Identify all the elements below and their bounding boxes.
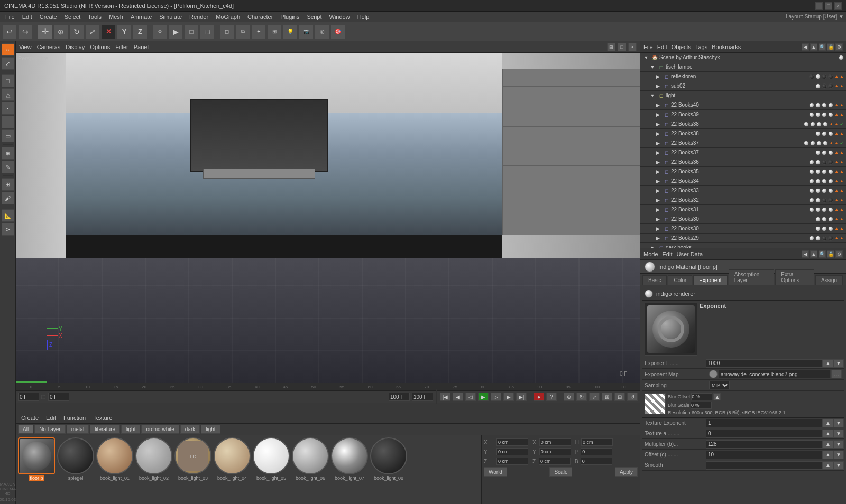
vp-menu-panel[interactable]: Panel xyxy=(134,44,149,50)
offset-up[interactable]: ▲ xyxy=(823,451,833,459)
vp-menu-display[interactable]: Display xyxy=(66,44,85,50)
mat-menu-create[interactable]: Create xyxy=(18,414,42,422)
maximize-button[interactable]: □ xyxy=(825,2,832,10)
move-button[interactable]: ⊕ xyxy=(53,24,68,39)
obj-icon-2[interactable]: ▲ xyxy=(810,43,817,51)
minimize-button[interactable]: _ xyxy=(815,2,823,10)
obj-menu-bookmarks[interactable]: Bookmarks xyxy=(712,44,741,50)
tex-exp-input[interactable] xyxy=(706,419,823,427)
mat-menu-texture[interactable]: Texture xyxy=(90,414,115,422)
obj-lock[interactable]: 🔒 xyxy=(827,43,834,51)
select-all-button[interactable]: ◻ xyxy=(219,24,234,39)
attrs-search[interactable]: 🔍 xyxy=(819,250,826,258)
exponent-input[interactable] xyxy=(706,359,823,368)
magnet-button[interactable]: ⊳ xyxy=(2,223,14,236)
filter-nolayer[interactable]: No Layer xyxy=(34,425,66,434)
sampling-select[interactable]: MIP xyxy=(709,381,730,389)
redo-button[interactable]: ↪ xyxy=(18,24,33,39)
obj-menu-tags[interactable]: Tags xyxy=(695,44,707,50)
goto-start-button[interactable]: |◀ xyxy=(440,393,450,401)
multiplier-down[interactable]: ▼ xyxy=(833,440,844,449)
apply-button[interactable]: Apply xyxy=(615,467,638,477)
tab-absorption[interactable]: Absorption Layer xyxy=(729,269,775,285)
menu-mograph[interactable]: MoGraph xyxy=(213,13,243,21)
y-pos-input[interactable] xyxy=(496,448,528,455)
obj-row-books34[interactable]: ▶ ◻ 22 Books34 ▲▲ xyxy=(640,176,846,186)
obj-row-books36[interactable]: ▶ ◻ 22 Books36 ▲▲ xyxy=(640,157,846,167)
render-region-button[interactable]: □ xyxy=(184,24,199,39)
obj-row-books37b[interactable]: ▶ ◻ 22 Books37 ▲▲ xyxy=(640,148,846,157)
poly-mode-button[interactable]: ▭ xyxy=(2,129,14,142)
menu-script[interactable]: Script xyxy=(304,13,325,21)
fps-input[interactable] xyxy=(412,393,433,401)
y-axis-button[interactable]: Y xyxy=(117,24,132,39)
attrs-settings[interactable]: ⚙ xyxy=(835,250,843,258)
current-frame-input[interactable] xyxy=(48,393,69,401)
x-pos-input[interactable] xyxy=(496,438,528,446)
goto-end-button[interactable]: ▶| xyxy=(516,393,527,401)
filter-light2[interactable]: light xyxy=(201,425,220,434)
exponent-map-input[interactable] xyxy=(719,370,830,378)
z-size-input[interactable] xyxy=(539,458,571,465)
brush-button[interactable]: ✎ xyxy=(2,161,14,173)
attrs-menu-userdata[interactable]: User Data xyxy=(677,251,703,257)
smooth-down[interactable]: ▼ xyxy=(833,461,844,470)
attrs-icon-1[interactable]: ◀ xyxy=(802,250,809,258)
x-size-input[interactable] xyxy=(539,438,571,446)
blur-offset-input[interactable] xyxy=(691,393,712,400)
scale-button[interactable]: Scale xyxy=(549,467,572,477)
vp-icon-1[interactable]: ⊞ xyxy=(607,43,615,51)
dof-button[interactable]: ◎ xyxy=(315,24,329,39)
filter-literature[interactable]: literature xyxy=(90,425,120,434)
menu-edit[interactable]: Edit xyxy=(19,13,35,21)
key-scale-button[interactable]: ⤢ xyxy=(589,393,600,401)
h-input[interactable] xyxy=(581,438,613,446)
offset-input[interactable] xyxy=(706,451,823,459)
material-item-book04[interactable]: book_light_04 xyxy=(214,437,251,481)
menu-file[interactable]: File xyxy=(2,13,18,21)
tex-a-up[interactable]: ▲ xyxy=(823,430,833,438)
material-item-book03[interactable]: FR book_light_03 xyxy=(174,437,212,481)
filter-light[interactable]: light xyxy=(121,425,140,434)
obj-row-books32[interactable]: ▶ ◻ 22 Books32 ▲▲ xyxy=(640,195,846,205)
tex-exp-down[interactable]: ▼ xyxy=(833,419,844,427)
y-size-input[interactable] xyxy=(539,448,571,455)
material-item-book08[interactable]: book_light_08 xyxy=(370,437,407,481)
obj-row-books30a[interactable]: ▶ ◻ 22 Books30 ▲▲ xyxy=(640,214,846,224)
menu-simulate[interactable]: Simulate xyxy=(156,13,185,21)
filter-dark[interactable]: dark xyxy=(180,425,200,434)
filter-metal[interactable]: metal xyxy=(67,425,89,434)
tex-exp-up[interactable]: ▲ xyxy=(823,419,833,427)
render-settings-button[interactable]: ⚙ xyxy=(152,24,167,39)
tab-assign[interactable]: Assign xyxy=(815,275,843,285)
obj-row-books40[interactable]: ▶ ◻ 22 Books40 ▲▲ xyxy=(640,100,846,110)
light-button[interactable]: 💡 xyxy=(283,24,298,39)
smooth-input[interactable] xyxy=(706,461,823,470)
edit-mode-button[interactable]: △ xyxy=(2,88,14,101)
rotate-button[interactable]: ↻ xyxy=(69,24,84,39)
obj-menu-objects[interactable]: Objects xyxy=(672,44,691,50)
multiplier-up[interactable]: ▲ xyxy=(823,440,833,449)
auto-key-button[interactable]: ? xyxy=(546,393,557,401)
start-frame-input[interactable] xyxy=(18,393,39,401)
p-input[interactable] xyxy=(581,448,612,455)
x-axis-button[interactable]: ✕ xyxy=(101,24,116,39)
menu-window[interactable]: Window xyxy=(326,13,353,21)
tex-a-input[interactable] xyxy=(706,430,823,438)
key-all-button[interactable]: ⊞ xyxy=(602,393,612,401)
camera-button[interactable]: 📷 xyxy=(299,24,314,39)
prev-key-button[interactable]: ◁ xyxy=(465,393,476,401)
scale-tool-button[interactable]: ⤢ xyxy=(2,57,14,70)
obj-row-darkbooks[interactable]: ▶ ◻ dark books xyxy=(640,243,846,248)
obj-row-scene[interactable]: ▼ 🏠 Scene by Arthur Staschyk xyxy=(640,53,846,62)
render-active-button[interactable]: ⬚ xyxy=(200,24,215,39)
prev-frame-button[interactable]: ◀ xyxy=(453,393,463,401)
menu-animate[interactable]: Animate xyxy=(127,13,155,21)
vp-icon-3[interactable]: × xyxy=(628,43,637,51)
multiplier-input[interactable] xyxy=(706,440,823,449)
objects-list[interactable]: ▼ 🏠 Scene by Arthur Staschyk ▼ ◻ tisch l… xyxy=(640,53,846,248)
obj-row-books29[interactable]: ▶ ◻ 22 Books29 ▲▲ xyxy=(640,234,846,243)
undo-button[interactable]: ↩ xyxy=(2,24,17,39)
tab-color[interactable]: Color xyxy=(668,275,692,285)
tex-a-down[interactable]: ▼ xyxy=(833,430,844,438)
